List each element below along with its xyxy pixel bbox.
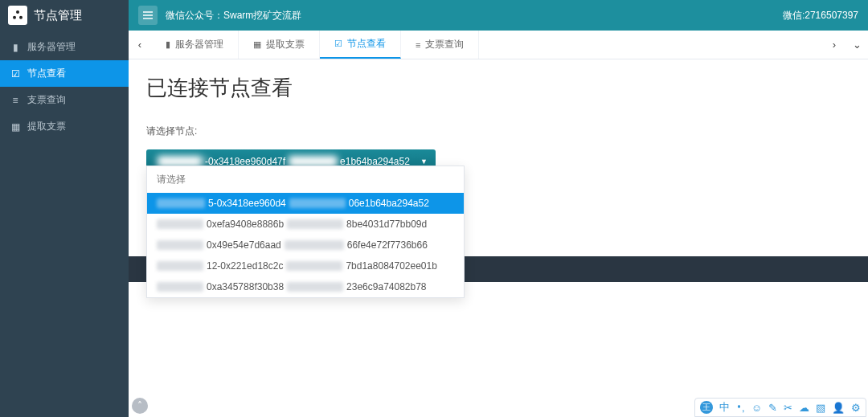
tab-icon: ▦ [253, 39, 261, 50]
topbar: 微信公众号：Swarm挖矿交流群 微信:2716507397 [129, 0, 868, 31]
dropdown-option[interactable]: 12-0x221ed18c2c7bd1a8084702ee01b [147, 256, 464, 276]
option-mid2: 7bd1a8084702ee01b [346, 260, 436, 272]
menu-toggle-button[interactable] [138, 6, 158, 25]
redacted-segment [287, 282, 343, 292]
dropdown-option[interactable]: 0x49e54e7d6aad66fe4e72f7736b66 [147, 235, 464, 256]
dropdown-option[interactable]: 0xa345788f30b3823e6c9a74082b78 [147, 276, 464, 297]
ime-tool-icon[interactable]: ✂ [784, 402, 792, 414]
sidebar-item-icon: ▮ [10, 42, 21, 53]
ime-tool-icon[interactable]: ⚙ [851, 402, 861, 414]
option-mid2: 66fe4e72f7736b66 [347, 239, 428, 251]
option-mid2: 8be4031d77bb09d [346, 219, 427, 230]
option-mid2: 06e1b64ba294a52 [349, 198, 429, 209]
redacted-segment [286, 261, 342, 271]
svg-point-1 [13, 16, 16, 19]
sidebar-item-label: 支票查询 [27, 93, 66, 107]
ime-tool-icon[interactable]: 中 [719, 400, 730, 415]
tab-1[interactable]: ▦提取支票 [239, 31, 320, 59]
tabs-more-button[interactable]: ⌄ [845, 31, 868, 59]
ime-tool-icon[interactable]: ☺ [751, 402, 762, 414]
tab-label: 支票查询 [425, 38, 464, 51]
sidebar-item-icon: ≡ [10, 95, 21, 106]
redacted-segment [157, 198, 205, 208]
sidebar-item-1[interactable]: ☑节点查看 [0, 60, 129, 87]
dropdown-header: 请选择 [147, 166, 464, 193]
ime-tool-icon[interactable]: ✎ [768, 402, 777, 414]
svg-point-2 [19, 16, 23, 19]
tabs-scroll-right[interactable]: › [823, 31, 845, 59]
brand-logo-icon [8, 6, 27, 25]
ime-avatar-icon[interactable]: 王 [700, 401, 713, 414]
ime-tool-icon[interactable]: ꞏ, [736, 402, 745, 414]
redacted-segment [157, 261, 203, 271]
redacted-segment [157, 282, 203, 292]
tabs-bar: ‹ ▮服务器管理▦提取支票☑节点查看≡支票查询 › ⌄ [129, 31, 868, 59]
redacted-segment [157, 219, 203, 229]
redacted-segment [289, 198, 346, 208]
sidebar-item-label: 服务器管理 [27, 40, 76, 54]
sidebar-item-0[interactable]: ▮服务器管理 [0, 34, 129, 60]
content: 已连接节点查看 请选择节点: XXXXXXXX -0x3418ee960d47f… [129, 59, 868, 417]
option-mid1: 0xefa9408e8886b [207, 219, 284, 230]
sidebar: 节点管理 ▮服务器管理☑节点查看≡支票查询▦提取支票 [0, 0, 129, 417]
tab-2[interactable]: ☑节点查看 [320, 31, 401, 59]
sidebar-item-label: 提取支票 [27, 120, 66, 133]
option-mid1: 0x49e54e7d6aad [207, 239, 281, 251]
tab-icon: ≡ [416, 40, 420, 50]
tab-label: 节点查看 [347, 37, 386, 51]
tab-3[interactable]: ≡支票查询 [401, 31, 479, 59]
ime-toolbar: 王中ꞏ,☺✎✂☁▧👤⚙ [694, 398, 866, 417]
tab-icon: ☑ [334, 39, 342, 49]
tab-label: 提取支票 [266, 38, 305, 51]
select-label: 请选择节点: [146, 125, 850, 138]
dropdown-option[interactable]: 5-0x3418ee960d406e1b64ba294a52 [147, 193, 464, 214]
brand-title: 节点管理 [34, 8, 82, 23]
option-mid1: 5-0x3418ee960d4 [208, 198, 286, 209]
sidebar-item-icon: ☑ [10, 68, 21, 80]
tab-icon: ▮ [166, 39, 170, 50]
tabs-scroll-left[interactable]: ‹ [129, 31, 151, 59]
ime-tool-icon[interactable]: ☁ [799, 402, 809, 414]
option-mid1: 0xa345788f30b38 [207, 281, 284, 292]
tab-0[interactable]: ▮服务器管理 [151, 31, 239, 59]
scroll-top-button[interactable]: ˄ [132, 398, 148, 414]
tab-label: 服务器管理 [175, 38, 223, 51]
node-select-dropdown: 请选择 5-0x3418ee960d406e1b64ba294a520xefa9… [146, 166, 465, 298]
ime-tool-icon[interactable]: ▧ [816, 402, 825, 414]
redacted-segment [157, 240, 203, 250]
page-title: 已连接节点查看 [146, 74, 850, 102]
dropdown-option[interactable]: 0xefa9408e8886b8be4031d77bb09d [147, 214, 464, 235]
topbar-right-text: 微信:2716507397 [783, 9, 858, 22]
ime-tool-icon[interactable]: 👤 [832, 402, 845, 414]
sidebar-item-3[interactable]: ▦提取支票 [0, 113, 129, 140]
option-mid1: 12-0x221ed18c2c [207, 260, 283, 272]
caret-down-icon: ▼ [420, 157, 428, 166]
sidebar-item-label: 节点查看 [27, 67, 66, 80]
redacted-segment [287, 219, 343, 229]
topbar-left-text: 微信公众号：Swarm挖矿交流群 [166, 9, 301, 22]
sidebar-item-icon: ▦ [10, 121, 21, 133]
redacted-segment [285, 240, 344, 250]
brand: 节点管理 [0, 0, 129, 31]
sidebar-item-2[interactable]: ≡支票查询 [0, 87, 129, 113]
main: 微信公众号：Swarm挖矿交流群 微信:2716507397 ‹ ▮服务器管理▦… [129, 0, 868, 417]
svg-point-0 [16, 10, 19, 14]
option-mid2: 23e6c9a74082b78 [346, 281, 426, 292]
